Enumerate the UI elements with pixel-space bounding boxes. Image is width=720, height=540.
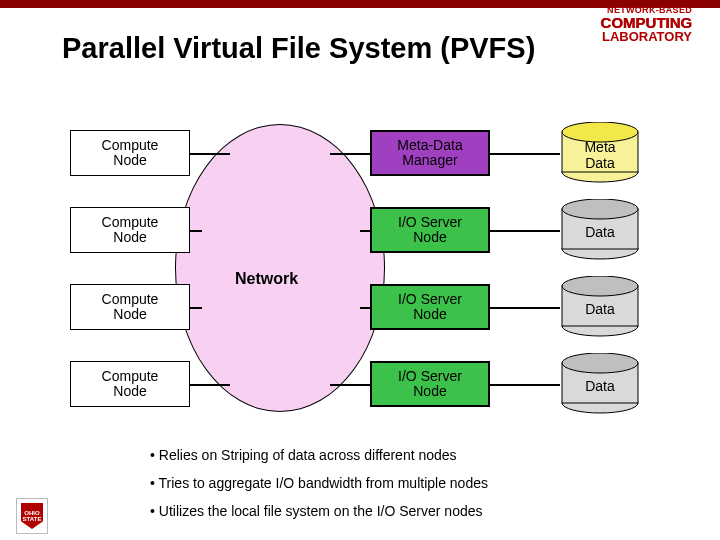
line (490, 307, 560, 309)
svg-point-11 (562, 353, 638, 373)
io-server-label: I/O ServerNode (398, 215, 462, 246)
io-server-node: I/O ServerNode (370, 361, 490, 407)
line (490, 384, 560, 386)
compute-node: ComputeNode (70, 207, 190, 253)
network-label: Network (235, 270, 298, 288)
svg-point-8 (562, 276, 638, 296)
diagram: ComputeNode ComputeNode ComputeNode Comp… (70, 130, 675, 430)
compute-node-label: ComputeNode (102, 138, 159, 169)
metadata-manager: Meta-DataManager (370, 130, 490, 176)
lab-logo: NETWORK-BASED COMPUTING LABORATORY (600, 6, 692, 43)
meta-data-cylinder: MetaData (560, 130, 640, 176)
line (190, 153, 230, 155)
lab-logo-line2: COMPUTING (600, 15, 692, 30)
bullet-item: • Tries to aggregate I/O bandwidth from … (150, 469, 488, 497)
compute-node-label: ComputeNode (102, 215, 159, 246)
io-server-node: I/O ServerNode (370, 284, 490, 330)
line (190, 384, 230, 386)
network-cloud (175, 124, 385, 412)
ohio-state-text: OHIOSTATE (23, 510, 42, 522)
compute-node: ComputeNode (70, 284, 190, 330)
bullet-list: • Relies on Striping of data across diff… (150, 441, 488, 525)
compute-node: ComputeNode (70, 130, 190, 176)
data-cylinder: Data (560, 361, 640, 407)
data-cylinder-label: Data (585, 301, 615, 317)
meta-data-cylinder-label: MetaData (584, 139, 615, 171)
data-cylinder: Data (560, 284, 640, 330)
io-server-label: I/O ServerNode (398, 292, 462, 323)
data-cylinder-label: Data (585, 378, 615, 394)
io-server-node: I/O ServerNode (370, 207, 490, 253)
line (490, 153, 560, 155)
bullet-text: Relies on Striping of data across differ… (159, 447, 457, 463)
metadata-manager-label: Meta-DataManager (397, 138, 462, 169)
bullet-text: Utilizes the local file system on the I/… (159, 503, 483, 519)
compute-node-label: ComputeNode (102, 369, 159, 400)
data-cylinder-label: Data (585, 224, 615, 240)
io-server-label: I/O ServerNode (398, 369, 462, 400)
line (490, 230, 560, 232)
line (190, 307, 202, 309)
lab-logo-line3: LABORATORY (600, 30, 692, 43)
compute-node: ComputeNode (70, 361, 190, 407)
svg-point-5 (562, 199, 638, 219)
line (330, 153, 370, 155)
bullet-text: Tries to aggregate I/O bandwidth from mu… (159, 475, 488, 491)
bullet-item: • Utilizes the local file system on the … (150, 497, 488, 525)
ohio-state-logo: OHIOSTATE (16, 498, 48, 534)
bullet-item: • Relies on Striping of data across diff… (150, 441, 488, 469)
compute-node-label: ComputeNode (102, 292, 159, 323)
data-cylinder: Data (560, 207, 640, 253)
line (330, 384, 370, 386)
line (190, 230, 202, 232)
